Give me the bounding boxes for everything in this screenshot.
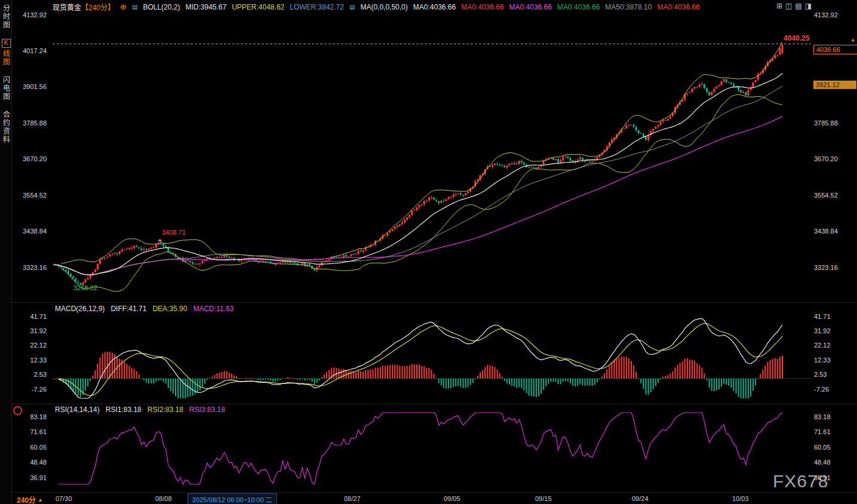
crosshair-icon: + (158, 236, 162, 245)
active-tab-badge: K (2, 39, 11, 48)
boll-upper-value: UPPER:4048.62 (232, 3, 284, 11)
rsi3-value: RSI3:83.18 (189, 405, 225, 414)
macd-title: MACD(26,12,9) (55, 305, 105, 313)
rsi-axis-right-tick: 60.05 (814, 444, 851, 451)
last-high-annotation: 4040.25 (784, 34, 809, 42)
rsi-axis-left-tick: 36.91 (12, 474, 47, 481)
price-axis-left-tick: 3554.52 (12, 192, 47, 199)
chart-canvas[interactable] (0, 0, 857, 504)
price-direction-arrow: ▲ (850, 37, 855, 42)
macd-axis-left-tick: 2.53 (12, 371, 47, 378)
price-axis-right-tick: 3438.84 (814, 228, 851, 235)
price-axis-left-tick: 4132.92 (12, 11, 47, 19)
swing-low-annotation: 3268.02 (73, 284, 97, 291)
macd-axis-left-tick: 22.12 (12, 342, 47, 349)
price-axis-right-tick: 3323.16 (814, 264, 851, 271)
boll-label: BOLL(20,2) (143, 3, 180, 11)
boll-mid-value: MID:3945.67 (185, 3, 226, 11)
ma-value-4: MA50:3878.10 (605, 3, 652, 11)
last-price-box: 4036.66 (813, 45, 857, 54)
x-axis-date-label: 10/03 (732, 495, 749, 502)
crosshair-time-box: 2025/08/12 06:00~10:00 二 (188, 493, 277, 504)
x-axis-date-label: 08/27 (344, 495, 361, 502)
layout-split-vertical-icon[interactable]: ◫ (785, 2, 792, 10)
ma-label: MA(0,0,0,50,0) (360, 3, 407, 11)
macd-axis-left-tick: 41.71 (12, 313, 47, 320)
sidebar-tab-2[interactable]: 闪电图 (1, 76, 11, 101)
price-axis-left-tick: 3670.20 (12, 155, 47, 162)
period-text: 240分 (17, 494, 36, 504)
period-selector[interactable]: 240分 ▲ (17, 494, 43, 504)
macd-macd-value: MACD:11.63 (193, 305, 234, 313)
price-axis-left-tick: 3901.56 (12, 83, 47, 90)
rsi-axis-right-tick: 83.18 (814, 413, 851, 420)
rsi2-value: RSI2:83.18 (148, 405, 183, 414)
sidebar: 分时图K线图闪电图合约资料 (0, 0, 12, 504)
period-tag: 【240分】 (81, 2, 115, 12)
sidebar-tab-0[interactable]: 分时图 (1, 4, 11, 29)
separator-macd-rsi (12, 404, 857, 404)
x-axis-date-label: 07/30 (56, 495, 72, 502)
ma-value-2: MA0:4036.66 (509, 3, 552, 11)
layout-grid-icon[interactable]: ⊞ (776, 2, 782, 10)
macd-diff-value: DIFF:41.71 (110, 305, 146, 313)
macd-axis-left-tick: 31.92 (12, 327, 47, 334)
trading-app-window: 分时图K线图闪电图合约资料 现货黄金 【240分】 ⊕ ▤ BOLL(20,2)… (0, 0, 857, 504)
ma-value-1: MA0:4036.66 (461, 3, 503, 11)
boll-lower-value: LOWER:3842.72 (290, 3, 344, 11)
prev-settlement-box: 3921.12 (813, 81, 856, 89)
x-axis-date-label: 08/08 (155, 495, 172, 502)
symbol-name: 现货黄金 (53, 2, 81, 12)
macd-header: MACD(26,12,9) DIFF:41.71 DEA:35.90 MACD:… (55, 305, 234, 313)
macd-axis-right-tick: 12.33 (814, 357, 851, 364)
rsi-axis-right-tick: 48.48 (814, 459, 851, 466)
rsi-settings-icon[interactable] (13, 406, 22, 415)
ma-indicator-icon[interactable]: ▤ (349, 4, 355, 10)
separator-price-macd (12, 302, 857, 303)
ma-value-5: MA0:4036.66 (657, 3, 699, 11)
macd-dea-value: DEA:35.90 (152, 305, 187, 313)
ma-values: MA0:4036.66MA0:4036.66MA0:4036.66MA0:403… (413, 3, 700, 11)
rsi1-value: RSI1:83.18 (106, 405, 142, 414)
macd-axis-left-tick: -7.26 (12, 386, 47, 393)
ma-value-3: MA0:4036.66 (557, 3, 600, 11)
macd-axis-right-tick: 22.12 (814, 342, 851, 349)
price-axis-left-tick: 4017.24 (12, 47, 47, 54)
price-axis-right-tick: 3554.52 (814, 192, 851, 199)
window-layout-icons: ⊞ ◫ ▤ ◨ (776, 2, 812, 10)
sidebar-tab-3[interactable]: 合约资料 (1, 110, 11, 144)
x-axis-date-label: 09/24 (632, 495, 649, 502)
active-tab-label: 线图 (2, 50, 10, 66)
boll-indicator-icon[interactable]: ▤ (132, 4, 137, 10)
rsi-header: RSI(14,14,14) RSI1:83.18 RSI2:83.18 RSI3… (55, 405, 225, 414)
macd-axis-left-tick: 12.33 (12, 357, 47, 364)
rsi-title: RSI(14,14,14) (55, 405, 100, 414)
price-axis-left-tick: 3323.16 (12, 264, 47, 271)
layout-columns-icon[interactable]: ◨ (805, 2, 812, 10)
macd-axis-right-tick: -7.26 (814, 386, 851, 393)
indicator-header: 现货黄金 【240分】 ⊕ ▤ BOLL(20,2) MID:3945.67 U… (53, 2, 700, 12)
price-axis-right-tick: 3785.88 (814, 119, 851, 127)
macd-axis-right-tick: 2.53 (814, 371, 851, 378)
macd-axis-right-tick: 41.71 (814, 313, 851, 320)
price-axis-right-tick: 4132.92 (814, 11, 851, 19)
x-axis-date-label: 09/15 (535, 495, 552, 502)
swing-high-annotation: 3408.71 (162, 229, 186, 236)
layout-rows-icon[interactable]: ▤ (795, 2, 801, 10)
add-indicator-icon[interactable]: ⊕ (120, 2, 127, 11)
price-axis-right-tick: 3670.20 (814, 155, 851, 162)
rsi-axis-left-tick: 71.61 (12, 428, 47, 435)
separator-rsi-axis (12, 492, 857, 493)
price-axis-left-tick: 3785.88 (12, 119, 47, 127)
macd-axis-right-tick: 31.92 (814, 327, 851, 334)
rsi-axis-left-tick: 60.05 (12, 444, 47, 451)
price-axis-left-tick: 3438.84 (12, 228, 47, 235)
rsi-axis-left-tick: 48.48 (12, 459, 47, 466)
period-arrow-icon: ▲ (38, 497, 43, 503)
sidebar-tab-1[interactable]: K线图 (1, 39, 11, 66)
ma-value-0: MA0:4036.66 (413, 3, 456, 11)
rsi-axis-right-tick: 71.61 (814, 428, 851, 435)
x-axis-date-label: 09/05 (444, 495, 460, 502)
watermark: FX678 (773, 471, 828, 491)
